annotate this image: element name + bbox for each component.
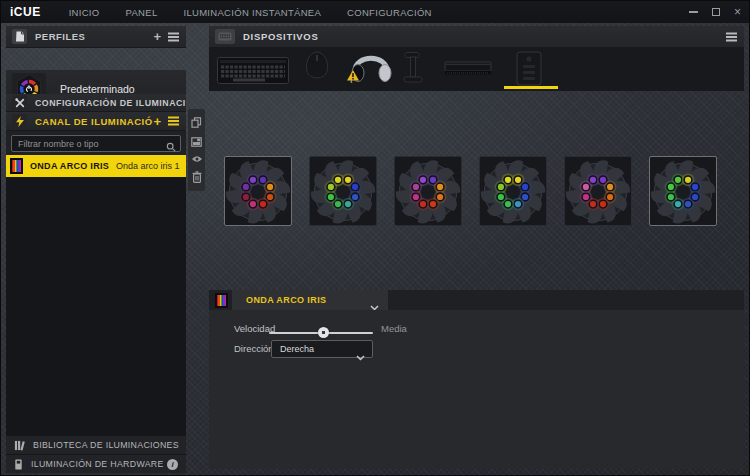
device-thumb-headset-stand[interactable]: [401, 52, 425, 87]
window-controls: ×: [689, 7, 741, 17]
keyboard-header-icon: [215, 29, 235, 44]
lighting-channel-header: CANAL DE ILUMINACIÓN +: [6, 112, 186, 131]
effect-dropdown[interactable]: ONDA ARCO IRIS: [232, 290, 388, 310]
device-thumb-keyboard[interactable]: [217, 57, 289, 88]
profiles-title: PERFILES: [35, 31, 85, 42]
fan-tile[interactable]: [394, 156, 462, 226]
direction-value: Derecha: [280, 344, 314, 354]
hardware-icon: [14, 459, 23, 470]
direction-select[interactable]: Derecha: [271, 340, 373, 358]
filter-input[interactable]: [11, 135, 181, 152]
library-icon: [14, 440, 25, 451]
maximize-icon[interactable]: [712, 8, 720, 16]
lighting-effects-list: ONDA ARCO IRIS Onda arco iris 1: [6, 155, 186, 435]
fan-illustration: [565, 157, 631, 225]
speed-value-label: Media: [381, 323, 407, 334]
close-icon[interactable]: ×: [734, 7, 741, 17]
fan-tile[interactable]: [564, 156, 632, 226]
minimize-icon[interactable]: [689, 11, 698, 13]
warning-icon: [347, 67, 359, 85]
device-thumb-mouse[interactable]: [304, 51, 330, 86]
profiles-header: PERFILES +: [6, 26, 186, 48]
menu-item-panel[interactable]: PANEL: [126, 7, 158, 18]
list-item-onda-arco-iris[interactable]: ONDA ARCO IRIS Onda arco iris 1: [6, 155, 186, 177]
search-icon: [166, 138, 176, 156]
library-label: BIBLIOTECA DE ILUMINACIONES: [33, 440, 179, 450]
add-profile-button[interactable]: +: [153, 31, 161, 42]
direction-label: Dirección: [234, 343, 274, 354]
save-button[interactable]: [191, 137, 202, 147]
device-thumb-lighting-controller[interactable]: [513, 51, 545, 90]
visibility-button[interactable]: [191, 155, 203, 163]
icue-window: iCUE INICIO PANEL ILUMINACIÓN INSTANTÁNE…: [0, 0, 750, 476]
rainbow-wave-icon-small: [215, 293, 228, 308]
lighting-setup-title: CONFIGURACIÓN DE ILUMINACI...: [35, 98, 186, 108]
fan-tile[interactable]: [309, 156, 377, 226]
info-icon[interactable]: i: [167, 459, 178, 470]
delete-button[interactable]: [192, 171, 202, 183]
copy-button[interactable]: [191, 117, 202, 129]
devices-title: DISPOSITIVOS: [243, 31, 318, 42]
speed-slider[interactable]: [269, 327, 373, 338]
fan-tile[interactable]: [479, 156, 547, 226]
fan-grid: [224, 156, 717, 226]
device-strip: [209, 48, 744, 91]
tools-icon: [12, 95, 27, 110]
main-menu: INICIO PANEL ILUMINACIÓN INSTANTÁNEA CON…: [69, 7, 432, 18]
hardware-label: ILUMINACIÓN DE HARDWARE: [31, 459, 164, 469]
lightning-icon: [12, 114, 27, 129]
effect-type-label: ONDA ARCO IRIS: [30, 161, 109, 171]
effect-name-label: Onda arco iris 1: [116, 161, 180, 171]
device-thumb-memory[interactable]: [444, 61, 492, 81]
speed-slider-thumb[interactable]: [318, 327, 329, 338]
profiles-menu-icon[interactable]: [168, 36, 179, 38]
effect-dropdown-value: ONDA ARCO IRIS: [246, 295, 326, 305]
filter-block: [6, 131, 186, 155]
lighting-channel-menu-icon[interactable]: [168, 120, 179, 122]
menu-item-configuracion[interactable]: CONFIGURACIÓN: [347, 7, 432, 18]
lighting-setup-header: CONFIGURACIÓN DE ILUMINACI...: [6, 94, 186, 112]
fan-illustration: [225, 157, 291, 225]
devices-header: DISPOSITIVOS: [209, 26, 744, 48]
fan-illustration: [395, 157, 461, 225]
hardware-lighting-row[interactable]: ILUMINACIÓN DE HARDWARE i: [6, 454, 186, 473]
fan-illustration: [480, 157, 546, 225]
fan-tile[interactable]: [224, 156, 292, 226]
add-lighting-button[interactable]: +: [153, 116, 161, 127]
rainbow-wave-icon: [10, 158, 23, 174]
effect-bar: ONDA ARCO IRIS: [209, 290, 744, 310]
lighting-library-row[interactable]: BIBLIOTECA DE ILUMINACIONES: [6, 435, 186, 454]
selected-device-underline: [504, 86, 558, 89]
fan-illustration: [650, 157, 716, 225]
lighting-channel-title: CANAL DE ILUMINACIÓN: [35, 116, 153, 127]
chevron-down-icon: [356, 347, 365, 365]
titlebar: iCUE INICIO PANEL ILUMINACIÓN INSTANTÁNE…: [1, 1, 750, 23]
profiles-icon: [12, 29, 27, 44]
fan-tile[interactable]: [649, 156, 717, 226]
menu-item-inicio[interactable]: INICIO: [69, 7, 100, 18]
content-area: PERFILES +: [1, 23, 750, 476]
app-logo: iCUE: [10, 5, 41, 19]
devices-menu-icon[interactable]: [726, 36, 737, 38]
device-thumb-headset[interactable]: [348, 49, 394, 87]
menu-item-iluminacion-instantanea[interactable]: ILUMINACIÓN INSTANTÁNEA: [183, 7, 321, 18]
effect-controls-panel: Velocidad Media Dirección Derecha: [209, 310, 744, 469]
channel-toolbar: [188, 109, 205, 191]
fan-illustration: [310, 157, 376, 225]
